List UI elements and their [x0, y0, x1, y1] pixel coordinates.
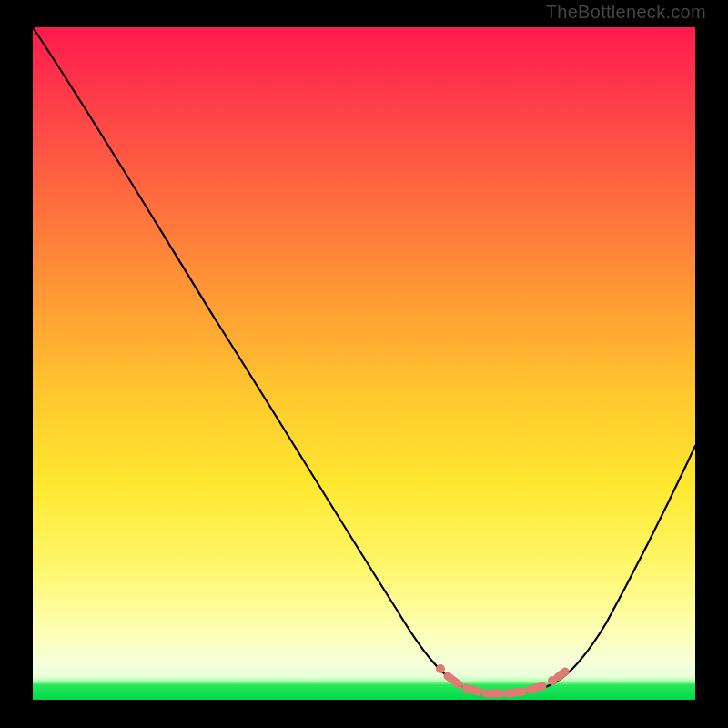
- optimal-range-markers: [436, 664, 565, 693]
- plot-area: [33, 27, 695, 700]
- brand-label: TheBottleneck.com: [546, 2, 706, 23]
- bottleneck-curve: [33, 27, 695, 694]
- plot-svg: [33, 27, 695, 700]
- chart-frame: TheBottleneck.com: [0, 0, 728, 728]
- svg-point-0: [436, 664, 445, 673]
